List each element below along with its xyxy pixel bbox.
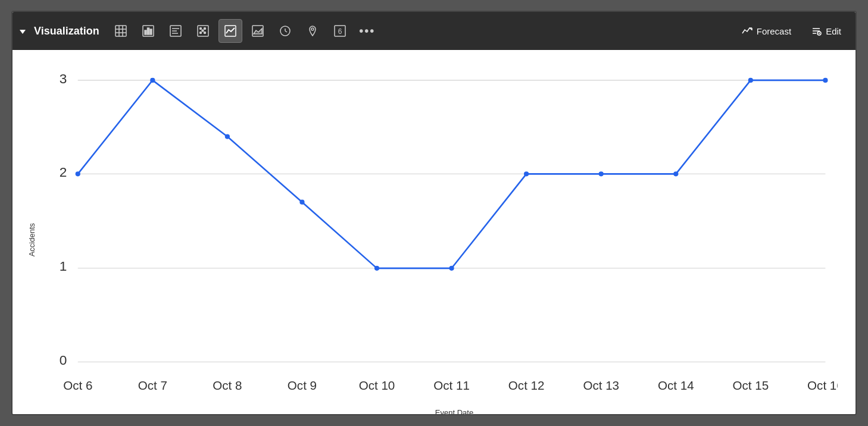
- svg-point-25: [311, 28, 314, 30]
- svg-point-57: [225, 134, 230, 139]
- map-pin-icon-btn[interactable]: [301, 19, 324, 43]
- svg-point-61: [524, 171, 529, 176]
- svg-text:3: 3: [60, 71, 67, 86]
- chevron-down-icon: [20, 26, 28, 36]
- chart-container: Accidents 3 2 1 0: [24, 62, 838, 415]
- svg-point-56: [150, 78, 155, 83]
- svg-text:0: 0: [60, 353, 67, 368]
- svg-text:Oct 14: Oct 14: [658, 378, 694, 392]
- line-chart-icon-btn[interactable]: [218, 19, 242, 43]
- svg-point-59: [374, 266, 379, 271]
- x-axis-label: Event Date: [41, 408, 838, 415]
- svg-text:Oct 11: Oct 11: [433, 378, 470, 392]
- svg-text:Oct 12: Oct 12: [508, 378, 545, 392]
- chart-inner: 3 2 1 0 Oct 6 Oct 7 Oct 8 Oct 9 Oct 10 O…: [41, 62, 838, 415]
- bar-chart-icon-btn[interactable]: [136, 19, 160, 43]
- toolbar: Visualization: [13, 12, 855, 50]
- svg-text:6: 6: [338, 27, 342, 36]
- y-axis-label: Accidents: [24, 62, 39, 415]
- panel-title: Visualization: [34, 25, 99, 37]
- svg-text:Oct 6: Oct 6: [63, 378, 92, 392]
- svg-text:Oct 9: Oct 9: [288, 378, 317, 392]
- svg-text:Oct 16: Oct 16: [807, 378, 838, 392]
- list-icon-btn[interactable]: [164, 19, 188, 43]
- svg-text:2: 2: [60, 165, 67, 180]
- svg-rect-6: [145, 30, 146, 35]
- toolbar-right: Forecast Edit: [734, 21, 848, 40]
- svg-point-17: [204, 32, 205, 34]
- svg-point-58: [299, 200, 304, 205]
- svg-line-24: [285, 31, 287, 32]
- svg-point-64: [748, 78, 753, 83]
- svg-point-55: [76, 171, 80, 176]
- svg-rect-0: [115, 26, 126, 36]
- scatter-icon-btn[interactable]: [191, 19, 215, 43]
- svg-text:Oct 8: Oct 8: [213, 378, 242, 392]
- clock-icon-btn[interactable]: [273, 19, 297, 43]
- svg-rect-8: [150, 29, 152, 35]
- svg-text:Oct 10: Oct 10: [359, 378, 395, 392]
- svg-marker-21: [254, 29, 262, 34]
- more-icon-btn[interactable]: •••: [355, 19, 379, 43]
- area-chart-icon-btn[interactable]: [246, 19, 270, 43]
- line-chart-svg: 3 2 1 0 Oct 6 Oct 7 Oct 8 Oct 9 Oct 10 O…: [41, 62, 838, 405]
- svg-point-14: [199, 28, 201, 30]
- svg-point-16: [199, 32, 201, 34]
- toolbar-left: Visualization: [20, 19, 732, 43]
- table-icon-btn[interactable]: [109, 19, 133, 43]
- svg-point-18: [202, 30, 204, 32]
- svg-point-60: [449, 266, 454, 271]
- chart-area: Accidents 3 2 1 0: [13, 50, 855, 415]
- svg-text:1: 1: [60, 259, 67, 274]
- forecast-button[interactable]: Forecast: [734, 21, 798, 40]
- svg-text:Oct 7: Oct 7: [138, 378, 167, 392]
- svg-point-15: [204, 28, 205, 30]
- edit-button[interactable]: Edit: [803, 21, 848, 40]
- number-icon-btn[interactable]: 6: [328, 19, 352, 43]
- svg-point-63: [673, 171, 678, 176]
- svg-text:Oct 13: Oct 13: [583, 378, 619, 392]
- svg-text:Oct 15: Oct 15: [733, 378, 769, 392]
- svg-point-62: [599, 171, 604, 176]
- svg-rect-7: [147, 28, 149, 35]
- svg-point-65: [823, 78, 828, 83]
- visualization-panel: Visualization: [11, 11, 857, 415]
